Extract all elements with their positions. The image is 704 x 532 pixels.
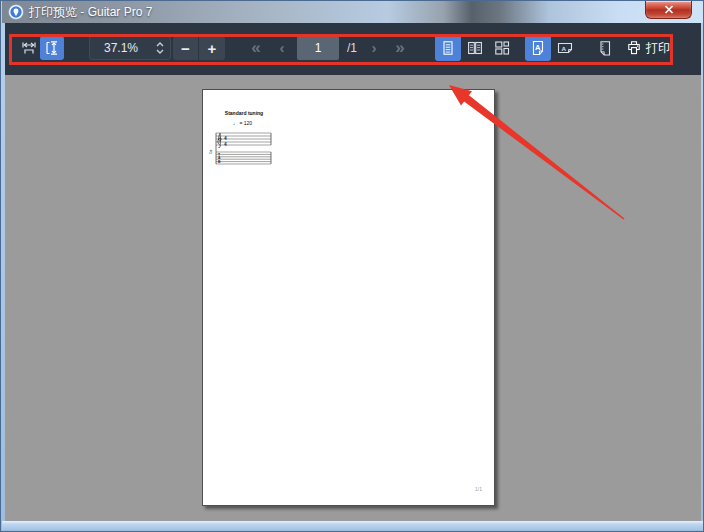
last-page-button[interactable]: » (387, 36, 413, 60)
close-icon (664, 5, 674, 14)
close-button[interactable] (645, 1, 692, 19)
tuning-label: Standard tuning (203, 110, 285, 116)
page-setup-button[interactable] (591, 35, 617, 61)
titlebar: 打印预览 - Guitar Pro 7 (2, 1, 703, 23)
preview-area: Standard tuning ♩ = 120 Gtr. (5, 75, 701, 523)
facing-pages-view-icon (467, 40, 483, 56)
page-setup-icon (596, 40, 613, 57)
print-button[interactable]: 打印 (621, 35, 675, 61)
zoom-out-button[interactable]: − (173, 36, 199, 60)
page-number-input[interactable] (297, 36, 339, 60)
window-title: 打印预览 - Guitar Pro 7 (29, 1, 152, 23)
svg-text:A: A (562, 45, 567, 52)
zoom-level-value: 37.1% (90, 41, 152, 55)
facing-pages-view-button[interactable] (462, 35, 488, 61)
tempo-label: ♩ = 120 (233, 120, 252, 126)
previous-page-button[interactable]: ‹ (271, 36, 293, 60)
svg-text:A: A (535, 43, 541, 52)
portrait-orientation-button[interactable]: A (525, 35, 551, 61)
zoom-level-combobox[interactable]: 37.1% (89, 36, 171, 60)
fit-width-icon (21, 40, 37, 56)
preview-page: Standard tuning ♩ = 120 Gtr. (202, 89, 495, 506)
time-signature-bottom: 4 (224, 141, 227, 147)
single-page-view-icon (440, 40, 456, 56)
print-button-label: 打印 (646, 40, 670, 57)
first-page-button[interactable]: « (243, 36, 269, 60)
treble-clef-glyph (218, 133, 221, 147)
track-label: Gtr. (209, 148, 213, 154)
zoom-step-group: − + (173, 36, 225, 60)
landscape-orientation-button[interactable]: A (552, 35, 578, 61)
grid-view-icon (494, 40, 510, 56)
printer-icon (626, 40, 642, 56)
print-preview-toolbar: 37.1% − + « ‹ /1 › » (5, 23, 701, 75)
fit-height-button[interactable] (40, 36, 64, 60)
fit-width-button[interactable] (17, 36, 41, 60)
guitar-pro-app-icon (8, 4, 24, 20)
grid-view-button[interactable] (489, 35, 515, 61)
next-page-button[interactable]: › (363, 36, 385, 60)
page-total-label: /1 (341, 36, 363, 60)
landscape-orientation-icon: A (557, 40, 573, 56)
zoom-spinner-icon[interactable] (152, 39, 168, 57)
fit-height-icon (44, 40, 60, 56)
score-system: Gtr. (209, 130, 279, 172)
zoom-in-button[interactable]: + (199, 36, 225, 60)
single-page-view-button[interactable] (435, 35, 461, 61)
print-preview-window: 打印预览 - Guitar Pro 7 (0, 0, 704, 532)
window-bottom-border (2, 521, 703, 530)
page-number-label: 1/1 (475, 486, 482, 492)
portrait-orientation-icon: A (530, 40, 546, 56)
